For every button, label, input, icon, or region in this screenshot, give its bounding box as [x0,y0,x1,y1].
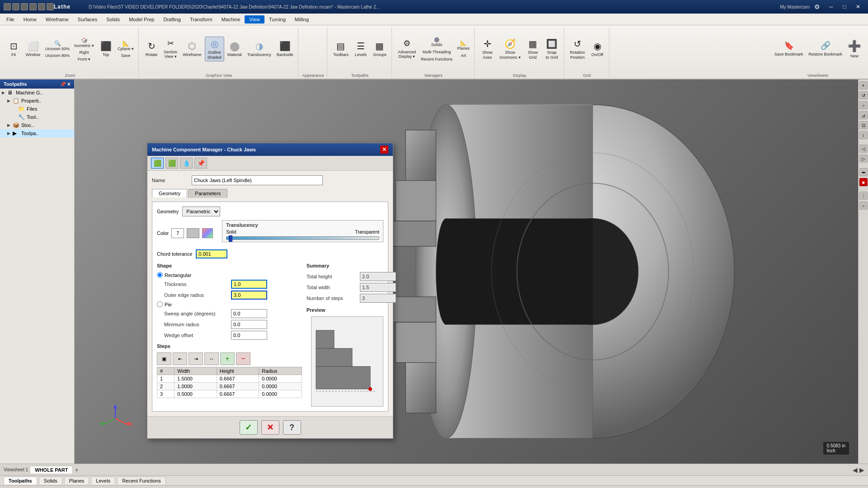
pie-radio-label[interactable]: Pie [157,301,302,307]
extra-icon[interactable] [47,3,54,10]
save-icon[interactable] [12,3,19,10]
on-off-button[interactable]: ◉ On/Off [588,39,606,59]
multithreading-button[interactable]: Multi-Threading [419,49,454,55]
viewport[interactable]: X 0.5083 in Inch Machine Component Manag… [75,80,858,464]
steps-distribute-btn[interactable]: ↔ [204,352,219,365]
menu-milling[interactable]: Milling [290,15,313,23]
section-view-button[interactable]: ✂ Section View ▾ [161,38,179,61]
menu-home[interactable]: Home [19,15,41,23]
menu-view[interactable]: View [245,15,264,23]
unzoom80-button[interactable]: Unzoom 80% [43,52,71,59]
dialog-tool-green1[interactable]: 🟩 [151,158,164,169]
unzoom50-button[interactable]: 🔍 Unzoom 50% [43,39,71,52]
right-btn-5[interactable]: ⊡ [859,121,868,129]
right-btn-8[interactable]: ▷ [859,155,868,163]
front-button[interactable]: Front ▾ [72,56,96,62]
isometric-button[interactable]: 🎲 Isometric ▾ [72,36,96,49]
right-btn-2[interactable]: ↺ [859,91,868,99]
save-bookmark-button[interactable]: 🔖 Save Bookmark [772,40,806,58]
tab-toolpaths[interactable]: Toolpaths [4,477,37,484]
undo-icon[interactable] [29,3,37,10]
rotate-button[interactable]: ↻ Rotate [142,39,160,59]
redo-icon[interactable] [38,3,45,10]
menu-drafting[interactable]: Drafting [159,15,185,23]
menu-machine[interactable]: Machine [217,15,245,23]
menu-model-prep[interactable]: Model Prep [124,15,159,23]
toolbars-button[interactable]: ▤ Toolbars [331,39,351,59]
steps-remove-btn[interactable]: − [236,352,250,365]
solids-button[interactable]: ⬤ Solids [419,36,454,48]
sidebar-close-icon[interactable]: ✕ [67,82,71,87]
menu-wireframe[interactable]: Wireframe [41,15,73,23]
settings-icon[interactable]: ⚙ [814,3,820,10]
dialog-close-button[interactable]: ✕ [380,145,388,154]
tree-item-toolpaths[interactable]: ▶ ▶ Toolpa.. [0,129,74,137]
right-btn-1[interactable]: + [859,81,868,89]
material-button[interactable]: ⬤ Material [225,39,244,59]
translucency-button[interactable]: ◑ Translucency [245,39,274,59]
geometry-type-select[interactable]: Parametric STL [182,206,220,216]
tab-levels[interactable]: Levels [91,477,115,484]
save-view-button[interactable]: Save [116,52,136,59]
thickness-input[interactable] [231,280,267,289]
sweep-angle-input[interactable] [231,309,267,318]
cmd-arrow-right[interactable]: ▶ [859,466,864,474]
new-viewsheet-button[interactable]: ➕ New [845,38,863,60]
restore-bookmark-button[interactable]: 🔗 Restore Bookmark [806,40,844,58]
window-button[interactable]: ⬜ Window [24,39,42,59]
tree-item-tool[interactable]: 🔧 Tool.. [0,113,74,121]
show-axes-button[interactable]: ✛ Show Axes [478,37,496,61]
file-icon[interactable] [4,3,11,10]
viewsheet-tab-whole-part[interactable]: WHOLE PART [30,466,73,474]
viewsheet-plus-icon[interactable]: + [75,466,78,474]
tree-item-stock[interactable]: ▶ 📦 Stoc.. [0,121,74,129]
fit-button[interactable]: ⊡ Fit [5,39,23,59]
min-radius-input[interactable] [231,320,267,329]
steps-insert-before-btn[interactable]: ⇤ [173,352,187,365]
color-picker-button[interactable] [202,228,213,238]
steps-add-btn[interactable]: + [220,352,235,365]
wireframe-button[interactable]: ⬡ Wireframe [180,39,204,59]
right-btn-3[interactable]: ○ [859,101,868,109]
menu-surfaces[interactable]: Surfaces [73,15,102,23]
color-number-input[interactable] [171,228,184,238]
translucency-slider-thumb[interactable] [229,235,232,242]
translucency-slider-track[interactable] [226,236,379,240]
right-btn-9[interactable]: ⬅ [859,168,868,176]
tab-recent-functions[interactable]: Recent Functions [117,477,166,484]
dialog-tool-green2[interactable]: 🟩 [165,158,178,169]
rectangular-radio[interactable] [157,272,163,278]
outer-edge-input[interactable] [231,291,267,300]
top-button[interactable]: ⬛ Top [97,39,115,59]
outline-shaded-button[interactable]: ◎ Outline Shaded [205,37,224,62]
tree-item-machine[interactable]: ▶ 🖥 Machine G.. [0,89,74,97]
tab-solids[interactable]: Solids [39,477,62,484]
step-row-1[interactable]: 1 1.5000 0.6667 0.0000 [157,375,302,383]
dialog-tool-water[interactable]: 💧 [180,158,193,169]
show-gnomons-button[interactable]: 🧭 Show Gnomons ▾ [497,37,523,61]
menu-file[interactable]: File [2,15,19,23]
backside-button[interactable]: ⬛ Backside [274,39,296,59]
name-input[interactable] [192,175,323,185]
right-view-button[interactable]: Right [72,49,96,56]
cplane-button[interactable]: 📐 Cplane ▾ [116,39,136,52]
step-row-3[interactable]: 3 0.5000 0.6667 0.0000 [157,390,302,398]
cancel-button[interactable]: ✕ [261,420,279,435]
help-button[interactable]: ? [283,420,301,435]
cmd-arrow-left[interactable]: ◀ [853,466,858,474]
right-btn-red[interactable]: ■ [859,178,868,186]
tab-geometry[interactable]: Geometry [152,189,187,198]
steps-insert-after-btn[interactable]: ⇥ [189,352,203,365]
steps-select-btn[interactable]: ▣ [157,352,171,365]
levels-button[interactable]: ☰ Levels [352,39,370,59]
menu-turning[interactable]: Turning [264,15,290,23]
right-btn-4[interactable]: ⊿ [859,111,868,119]
wedge-offset-input[interactable] [231,331,267,340]
sidebar-pin-icon[interactable]: 📌 [60,82,66,87]
right-btn-7[interactable]: ◁ [859,145,868,153]
tab-parameters[interactable]: Parameters [188,189,227,198]
menu-solids[interactable]: Solids [102,15,124,23]
maximize-button[interactable]: □ [838,2,851,11]
close-button[interactable]: ✕ [852,2,864,11]
rectangular-radio-label[interactable]: Rectangular [157,272,302,278]
